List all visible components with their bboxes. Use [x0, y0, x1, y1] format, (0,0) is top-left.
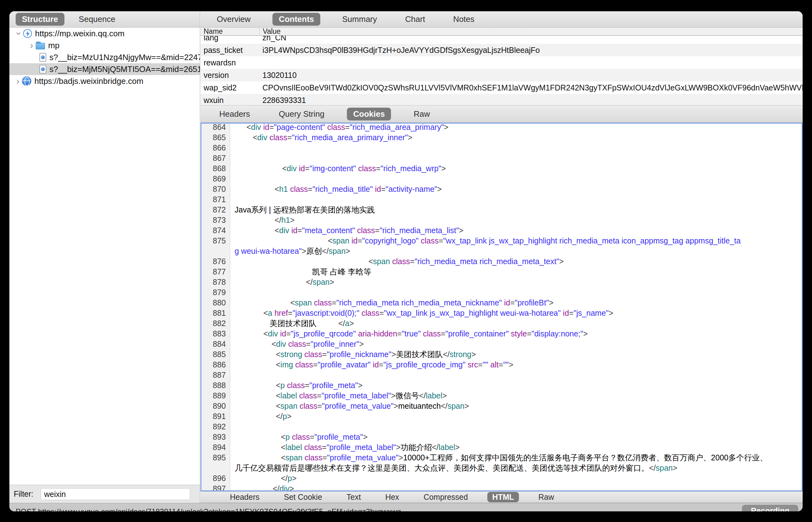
tab-html[interactable]: HTML [487, 492, 519, 502]
tab-contents[interactable]: Contents [272, 13, 320, 26]
code-line: 872Java系列 | 远程热部署在美团的落地实践 [202, 205, 802, 215]
code-line: 894<label class="profile_meta_label">功能介… [202, 442, 802, 453]
tab-response-headers[interactable]: Headers [225, 492, 265, 502]
code-line: 864<div id="page-content" class="rich_me… [202, 123, 802, 133]
line-number: 892 [202, 422, 230, 431]
line-number: 888 [202, 381, 230, 390]
screen: Structure Sequence › https://mp.weixin.q… [0, 0, 812, 522]
line-number: 897 [202, 484, 230, 491]
tab-cookies[interactable]: Cookies [347, 108, 391, 120]
code-line: 881<a href="javascript:void(0);" class="… [202, 308, 802, 318]
tab-sequence[interactable]: Sequence [72, 13, 122, 26]
cookie-value: 2286393331 [259, 96, 803, 105]
table-row[interactable]: wxuin 2286393331 [201, 94, 803, 105]
line-number: 887 [202, 370, 230, 380]
chevron-down-icon[interactable]: › [15, 29, 23, 38]
code-line: 877凯哥 占峰 李晗等 [202, 267, 802, 277]
code-line: 882美团技术团队 </a> [202, 318, 802, 328]
line-number: 896 [202, 474, 230, 483]
line-number: 879 [202, 288, 230, 297]
tree-item-request-1[interactable]: s?__biz=MzU1Nzg4NjgyMw==&mid=2247 [9, 51, 200, 63]
status-request-url: POST https://www.yuque.com/api/docs/7183… [16, 507, 401, 511]
cookie-name: rewardsn [201, 58, 259, 67]
table-row[interactable]: lang zh_CN [201, 36, 803, 44]
column-header-name: Name [201, 27, 259, 36]
chevron-right-icon[interactable]: › [14, 77, 22, 85]
tree-item-label: s?__biz=MzU1Nzg4NjgyMw==&mid=2247 [49, 53, 200, 62]
code-line: 873</h1> [202, 215, 802, 225]
tree-item-request-2-selected[interactable]: s?__biz=MjM5NjQ5MTI5OA==&mid=26517 [9, 63, 200, 75]
code-line: 874<div id="meta_content" class="rich_me… [202, 225, 802, 236]
cookie-value: 13020110 [259, 71, 803, 80]
code-line: 887 [202, 370, 802, 380]
charles-proxy-window: Structure Sequence › https://mp.weixin.q… [9, 11, 803, 511]
table-row[interactable]: wap_sid2 CPOvnsIlEooBeV9ITWd0ZkIOV0QzSWh… [201, 81, 803, 94]
tab-summary[interactable]: Summary [336, 13, 383, 26]
cookie-name: wxuin [201, 96, 259, 105]
code-line: 884<div class="profile_inner"> [202, 339, 802, 349]
cookie-name: lang [201, 36, 259, 42]
tree-item-badjs[interactable]: › https://badjs.weixinbridge.com [9, 75, 200, 87]
tab-request-raw[interactable]: Raw [407, 108, 436, 120]
tree-item-label: s?__biz=MjM5NjQ5MTI5OA==&mid=26517 [49, 64, 200, 74]
tab-notes[interactable]: Notes [447, 13, 481, 26]
code-line: 867 [202, 153, 802, 163]
line-number: 890 [202, 402, 230, 410]
table-row[interactable]: version 13020110 [201, 69, 803, 81]
code-line: 897</div> [202, 483, 802, 491]
lightning-icon [23, 29, 32, 38]
table-row[interactable]: pass_ticket i3PL4WNpsCD3hsqP0lB39HGdjrTz… [201, 44, 803, 56]
response-view-tabbar: Headers Set Cookie Text Hex Compressed H… [201, 491, 803, 503]
filter-input[interactable] [41, 488, 190, 500]
tab-query-string[interactable]: Query String [272, 108, 331, 120]
tab-response-raw[interactable]: Raw [533, 492, 559, 502]
tree-item-mp-weixin[interactable]: › https://mp.weixin.qq.com [9, 27, 200, 39]
cookie-name: pass_ticket [201, 46, 259, 55]
request-view-tabbar: Headers Query String Cookies Raw [201, 105, 803, 123]
line-number: 893 [202, 433, 230, 442]
code-line: 865<div class="rich_media_area_primary_i… [202, 133, 802, 143]
line-number: 866 [202, 143, 230, 153]
tree-item-mp-folder[interactable]: › mp [9, 39, 200, 51]
recording-button[interactable]: Recording [742, 505, 798, 511]
tab-text[interactable]: Text [341, 492, 366, 502]
table-row[interactable]: rewardsn [201, 56, 803, 69]
folder-icon [36, 43, 45, 49]
line-number: 886 [202, 360, 230, 369]
code-line: 892 [202, 422, 802, 432]
chevron-right-icon[interactable]: › [27, 41, 36, 49]
tab-request-headers[interactable]: Headers [213, 108, 256, 120]
code-line: 880<span class="rich_media_meta rich_med… [202, 298, 802, 308]
tab-structure[interactable]: Structure [16, 13, 64, 26]
globe-icon [22, 76, 31, 86]
cookie-table-header: Name Value [201, 27, 803, 36]
code-line: 869 [202, 174, 802, 184]
line-number: 865 [202, 133, 230, 142]
code-line: 876<span class="rich_media_meta rich_med… [202, 256, 802, 267]
tab-chart[interactable]: Chart [399, 13, 431, 26]
tab-overview[interactable]: Overview [210, 13, 257, 26]
tab-compressed[interactable]: Compressed [418, 492, 473, 502]
request-tree[interactable]: › https://mp.weixin.qq.com › mp s?__biz=… [9, 27, 200, 485]
code-line: g weui-wa-hotarea">原创</span> [202, 246, 802, 256]
line-number: 870 [202, 185, 230, 194]
line-number: 876 [202, 257, 230, 266]
code-line: 891</p> [202, 411, 802, 422]
code-line: 868<div id="img-content" class="rich_med… [202, 163, 802, 174]
code-lines: 864<div id="page-content" class="rich_me… [202, 123, 802, 491]
line-number: 884 [202, 340, 230, 349]
tree-item-label: https://mp.weixin.qq.com [35, 29, 124, 39]
tab-hex[interactable]: Hex [380, 492, 404, 502]
code-line: 895<span class="profile_meta_value">1000… [202, 453, 802, 463]
line-number: 875 [202, 236, 230, 245]
tab-set-cookie[interactable]: Set Cookie [279, 492, 327, 502]
code-line: 866 [202, 143, 802, 153]
cookie-value: i3PL4WNpsCD3hsqP0lB39HGdjrTzH+oJeAVYYdGD… [259, 46, 803, 55]
code-line: 870<h1 class="rich_media_title" id="acti… [202, 184, 802, 194]
html-source-view[interactable]: 864<div id="page-content" class="rich_me… [201, 123, 803, 491]
cookie-name: wap_sid2 [201, 83, 259, 92]
cookie-table[interactable]: lang zh_CN pass_ticket i3PL4WNpsCD3hsqP0… [201, 36, 803, 105]
filter-label: Filter: [14, 489, 34, 499]
line-number: 894 [202, 443, 230, 452]
code-line: 几千亿交易额背后是哪些技术在支撑？这里是美团、大众点评、美团外卖、美团配送、美团… [202, 463, 802, 473]
